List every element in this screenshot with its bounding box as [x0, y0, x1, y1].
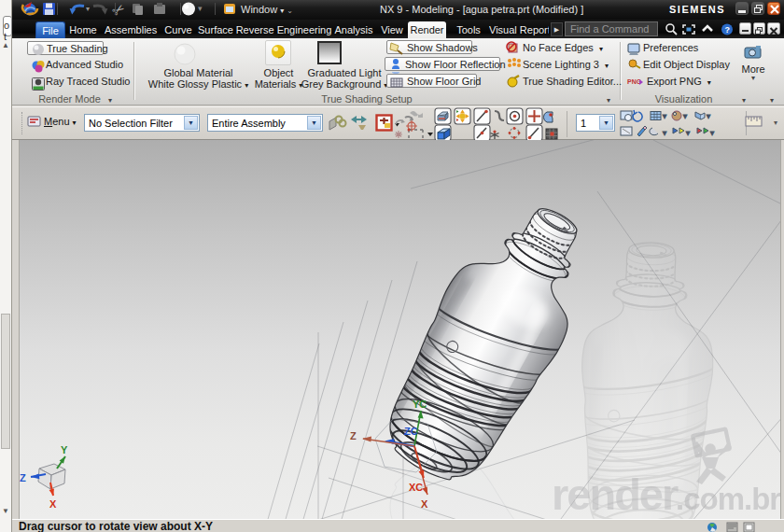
svg-text:▾: ▾ — [663, 129, 666, 137]
svg-text:Z: Z — [20, 472, 26, 483]
svg-text:XC: XC — [409, 482, 423, 493]
svg-text:YC: YC — [413, 399, 427, 410]
svg-text:Z: Z — [350, 430, 357, 441]
svg-text:.com.br: .com.br — [676, 482, 781, 516]
svg-text:▾: ▾ — [707, 112, 710, 120]
svg-text:▾: ▾ — [710, 129, 714, 137]
svg-text:✂: ✂ — [109, 0, 129, 20]
svg-text:▾: ▾ — [686, 129, 690, 137]
svg-text:Y: Y — [61, 444, 68, 455]
svg-text:ZC: ZC — [404, 426, 418, 437]
svg-text:▾: ▾ — [663, 112, 666, 120]
svg-text:X: X — [421, 498, 428, 510]
svg-text:▾: ▾ — [683, 112, 687, 120]
svg-text:X: X — [49, 498, 57, 510]
svg-text:▾: ▾ — [86, 5, 90, 13]
svg-text:render: render — [552, 469, 679, 519]
svg-text:▾: ▾ — [198, 4, 203, 13]
svg-text:?: ? — [725, 25, 731, 35]
